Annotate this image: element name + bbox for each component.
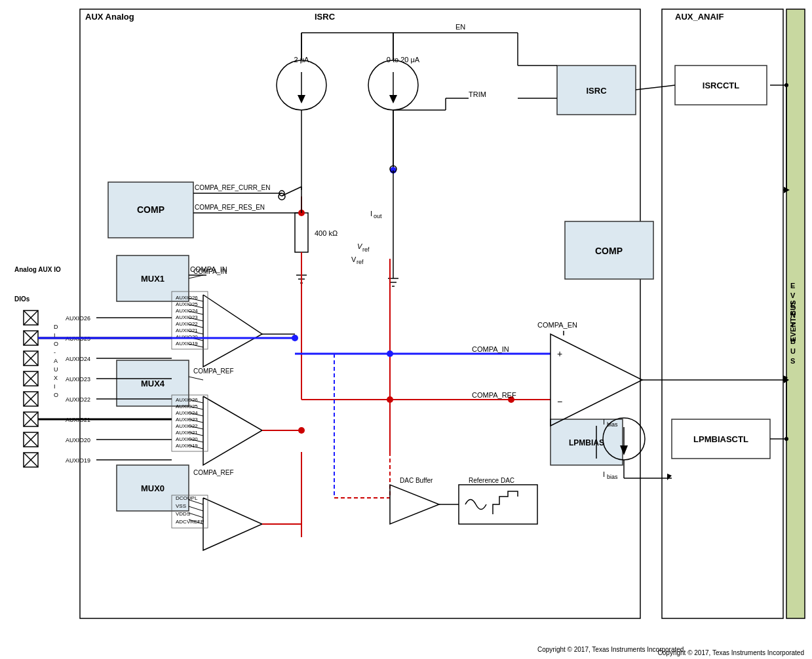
svg-marker-123 <box>785 188 790 192</box>
svg-line-199 <box>24 371 38 386</box>
svg-text:AUXIO26: AUXIO26 <box>176 295 198 301</box>
svg-line-132 <box>189 318 203 321</box>
copyright-text: Copyright © 2017, Texas Instruments Inco… <box>658 649 804 656</box>
svg-marker-124 <box>390 485 439 524</box>
svg-line-193 <box>24 331 38 345</box>
svg-rect-204 <box>24 412 38 426</box>
svg-text:AUXIO23: AUXIO23 <box>176 314 198 320</box>
svg-line-140 <box>189 413 203 416</box>
svg-text:U: U <box>790 347 796 355</box>
svg-line-133 <box>189 324 203 328</box>
svg-text:I: I <box>54 383 56 390</box>
svg-text:DIOs: DIOs <box>14 295 30 303</box>
svg-text:AUXIO24: AUXIO24 <box>66 356 90 362</box>
svg-point-77 <box>279 191 284 196</box>
svg-marker-247 <box>784 187 789 193</box>
svg-marker-118 <box>667 474 672 480</box>
svg-rect-21 <box>117 465 189 511</box>
svg-rect-177 <box>172 495 208 528</box>
svg-rect-192 <box>24 331 38 345</box>
svg-text:DCOUPL: DCOUPL <box>176 495 198 501</box>
svg-text:D: D <box>54 324 58 330</box>
svg-text:LPMBIAS: LPMBIAS <box>569 438 604 447</box>
svg-text:COMPA_REF_CURR_EN: COMPA_REF_CURR_EN <box>195 184 270 191</box>
svg-text:AUXIO21: AUXIO21 <box>176 430 198 436</box>
svg-rect-19 <box>117 360 189 406</box>
svg-rect-45 <box>295 213 308 252</box>
svg-point-230 <box>292 335 298 341</box>
svg-text:AUXIO24: AUXIO24 <box>176 410 198 416</box>
svg-text:COMPA_EN: COMPA_EN <box>537 321 577 329</box>
svg-marker-35 <box>298 95 305 104</box>
svg-marker-39 <box>389 95 397 104</box>
svg-text:O: O <box>54 392 58 398</box>
svg-text:COMPA_REF: COMPA_REF <box>472 391 516 399</box>
svg-rect-163 <box>172 292 208 349</box>
svg-text:AUXIO19: AUXIO19 <box>66 457 90 464</box>
svg-text:ADCVREFP: ADCVREFP <box>176 519 204 525</box>
svg-text:−: − <box>557 396 562 407</box>
svg-text:AUXIO21: AUXIO21 <box>66 417 90 423</box>
svg-point-33 <box>277 60 326 110</box>
svg-line-190 <box>24 311 38 325</box>
svg-text:B: B <box>790 337 796 345</box>
svg-text:I: I <box>603 418 605 426</box>
svg-line-141 <box>189 419 203 423</box>
svg-text:V: V <box>351 255 357 263</box>
svg-rect-27 <box>551 419 623 465</box>
svg-text:ref: ref <box>362 246 370 253</box>
svg-line-208 <box>24 432 38 447</box>
svg-line-196 <box>24 351 38 366</box>
svg-text:LPMBIASCTL: LPMBIASCTL <box>693 434 748 444</box>
svg-rect-207 <box>24 432 38 447</box>
svg-line-202 <box>24 392 38 406</box>
svg-text:COMPA_REF: COMPA_REF <box>193 469 234 476</box>
svg-rect-198 <box>24 371 38 386</box>
svg-rect-1 <box>662 9 783 618</box>
svg-rect-15 <box>108 182 193 238</box>
svg-line-232 <box>189 275 203 278</box>
svg-line-145 <box>189 445 203 449</box>
svg-text:AUXIO25: AUXIO25 <box>66 335 90 342</box>
svg-text:400 kΩ: 400 kΩ <box>315 229 338 237</box>
svg-point-86 <box>387 396 393 403</box>
svg-line-144 <box>189 439 203 442</box>
svg-point-239 <box>279 193 285 200</box>
svg-text:O: O <box>54 341 58 347</box>
svg-point-73 <box>784 83 788 87</box>
svg-text:AUXIO22: AUXIO22 <box>176 321 198 327</box>
svg-point-41 <box>603 418 645 460</box>
svg-line-143 <box>189 432 203 436</box>
svg-text:I: I <box>603 470 605 478</box>
svg-point-37 <box>368 60 418 110</box>
svg-marker-105 <box>783 375 788 382</box>
svg-text:COMPA_IN: COMPA_IN <box>472 345 509 353</box>
svg-text:COMP: COMP <box>137 204 164 215</box>
svg-point-91 <box>387 350 393 357</box>
svg-text:AUXIO20: AUXIO20 <box>176 334 198 340</box>
svg-line-134 <box>189 331 203 334</box>
svg-text:COMPA_IN: COMPA_IN <box>190 265 227 273</box>
svg-line-142 <box>189 426 203 429</box>
svg-text:VDDS: VDDS <box>176 511 190 517</box>
svg-marker-98 <box>551 334 642 426</box>
svg-text:AUXIO23: AUXIO23 <box>66 376 90 383</box>
svg-line-197 <box>24 351 38 366</box>
svg-text:AUXIO19: AUXIO19 <box>176 443 198 449</box>
svg-text:COMPA_IN: COMPA_IN <box>193 268 227 275</box>
svg-text:bias: bias <box>607 474 618 480</box>
svg-line-234 <box>189 377 203 380</box>
svg-line-138 <box>189 400 203 403</box>
svg-text:T: T <box>790 321 795 329</box>
svg-text:ISRC: ISRC <box>586 86 607 96</box>
svg-text:2 μA: 2 μA <box>294 56 310 64</box>
svg-marker-248 <box>784 377 789 383</box>
svg-text:AUXIO24: AUXIO24 <box>176 308 198 314</box>
svg-text:EVENT BUS: EVENT BUS <box>789 301 797 342</box>
svg-text:0 to 20 μA: 0 to 20 μA <box>387 56 420 64</box>
svg-text:ISRCCTL: ISRCCTL <box>703 81 739 90</box>
svg-text:DAC Buffer: DAC Buffer <box>400 477 433 484</box>
svg-text:Reference DAC: Reference DAC <box>469 477 514 484</box>
svg-line-136 <box>189 344 203 347</box>
svg-text:U: U <box>54 366 58 373</box>
